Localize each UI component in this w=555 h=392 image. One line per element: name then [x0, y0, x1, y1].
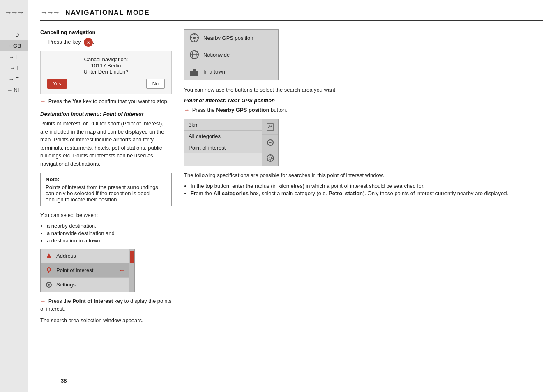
arrow-icon: → — [40, 39, 46, 45]
svg-rect-14 — [190, 71, 193, 76]
sidebar-item-NL[interactable]: → NL — [0, 85, 28, 96]
cancelling-nav-heading: Cancelling navigation — [40, 29, 172, 35]
specs-text: The following specifications are possibl… — [184, 171, 543, 180]
poi-box: Nearby GPS position Nationwide — [184, 29, 279, 80]
nearby-box: 3km All categories Point of interest — [184, 119, 279, 166]
select-area-text: You can now use the buttons to select th… — [184, 86, 543, 94]
menu-items-list: Address Point of inter — [41, 249, 129, 292]
nationwide-icon — [189, 49, 200, 60]
svg-point-6 — [193, 37, 196, 39]
svg-rect-16 — [196, 71, 198, 76]
press-key-text: → Press the key ✕. — [40, 38, 172, 47]
cancel-nav-buttons: Yes No — [47, 79, 165, 89]
page-header: →→→ NAVIGATIONAL MODE — [40, 8, 543, 21]
right-column: Nearby GPS position Nationwide — [184, 29, 543, 327]
options-icon[interactable] — [262, 135, 278, 150]
menu-item-row: Address Point of inter — [41, 249, 134, 292]
cancelling-nav-section: Cancelling navigation → Press the key ✕.… — [40, 29, 172, 104]
nearby-gps-icon — [189, 32, 200, 44]
nearby-side-icons — [262, 119, 278, 166]
sidebar-item-D[interactable]: → D — [0, 29, 28, 40]
address-icon — [45, 252, 53, 260]
sidebar-arrows: →→→ — [5, 8, 23, 17]
in-town-label: In a town — [203, 69, 225, 75]
content-columns: Cancelling navigation → Press the key ✕.… — [40, 29, 543, 327]
note-body: Points of interest from the present surr… — [46, 184, 166, 203]
sidebar-nav: → D → GB → F → I → E → NL — [0, 29, 28, 96]
sidebar-item-F[interactable]: → F — [0, 51, 28, 62]
select-text: You can select between: — [40, 211, 172, 219]
confirm-text: → Press the Yes key to confirm that you … — [40, 98, 172, 104]
svg-rect-15 — [193, 69, 196, 76]
bullet-list: a nearby destination, a nationwide desti… — [47, 223, 172, 244]
svg-point-4 — [48, 284, 50, 286]
header-arrows: →→→ — [40, 8, 59, 17]
bullet-2: a nationwide destination and — [47, 230, 172, 236]
cancel-line2: 10117 Berlin — [47, 62, 165, 69]
near-gps-section: Point of interest: Near GPS position → P… — [184, 97, 543, 196]
poi-row-in-town[interactable]: In a town — [184, 63, 278, 80]
yes-button[interactable]: Yes — [47, 79, 67, 89]
nearby-main: 3km All categories Point of interest — [184, 119, 278, 166]
sidebar-item-I[interactable]: → I — [0, 62, 28, 74]
nearby-row-categories[interactable]: All categories — [184, 131, 262, 142]
categories-label: All categories — [189, 133, 221, 139]
poi-row-nearby[interactable]: Nearby GPS position — [184, 30, 278, 46]
sidebar: →→→ → D → GB → F → I → E → NL — [0, 0, 28, 392]
svg-point-1 — [47, 268, 51, 271]
search-area-text: The search area selection window appears… — [40, 316, 172, 325]
bullet-3: a destination in a town. — [47, 238, 172, 244]
settings-label: Settings — [56, 281, 125, 288]
bullet-1: a nearby destination, — [47, 223, 172, 229]
settings-icon — [45, 281, 53, 289]
left-column: Cancelling navigation → Press the key ✕.… — [40, 29, 172, 327]
cancel-line3: Unter Den Linden? — [47, 69, 165, 75]
nearby-gps-label: Nearby GPS position — [203, 35, 253, 41]
address-label: Address — [56, 253, 125, 259]
note-label: Note: — [46, 176, 166, 182]
scroll-thumb — [130, 251, 134, 263]
dest-menu-section: Destination input menu: Point of interes… — [40, 111, 172, 324]
nearby-row-poi[interactable]: Point of interest — [184, 142, 262, 153]
dest-menu-body: Points of interest, or POI for short (Po… — [40, 120, 172, 168]
key-icon: ✕ — [84, 38, 93, 47]
menu-item-settings[interactable]: Settings — [41, 278, 129, 292]
arrow-pointer: ← — [119, 267, 125, 274]
press-key-label: Press the key — [48, 39, 81, 45]
nearby-list: 3km All categories Point of interest — [184, 119, 262, 166]
menu-scrollbar — [129, 249, 134, 292]
spec-bullet-1: In the top button, enter the radius (in … — [191, 183, 543, 189]
in-town-icon — [189, 66, 200, 77]
radius-label: 3km — [189, 122, 199, 128]
svg-point-20 — [269, 157, 272, 159]
spec-bullet-2: From the All categories box, select a ma… — [191, 190, 543, 196]
press-poi-text: → Press the Point of interest key to dis… — [40, 297, 172, 313]
main-content: →→→ NAVIGATIONAL MODE Cancelling navigat… — [28, 0, 555, 392]
page-title: NAVIGATIONAL MODE — [65, 9, 150, 16]
menu-item-address[interactable]: Address — [41, 249, 129, 263]
near-gps-heading: Point of interest: Near GPS position — [184, 97, 543, 104]
in-map-icon[interactable] — [262, 119, 278, 135]
poi-search-label: Point of interest — [189, 145, 226, 151]
poi-label: Point of interest — [56, 267, 115, 273]
start-icon[interactable] — [262, 150, 278, 166]
dest-menu-heading: Destination input menu: Point of interes… — [40, 111, 172, 117]
no-button[interactable]: No — [146, 79, 165, 89]
svg-marker-0 — [46, 253, 51, 258]
menu-item-poi[interactable]: Point of interest ← — [41, 263, 129, 278]
menu-box: Address Point of inter — [40, 249, 135, 292]
nationwide-label: Nationwide — [203, 52, 230, 58]
poi-row-nationwide[interactable]: Nationwide — [184, 46, 278, 63]
page-number: 38 — [61, 378, 67, 384]
press-nearby-text: → Press the Nearby GPS position button. — [184, 106, 543, 114]
cancel-nav-box: Cancel navigation: 10117 Berlin Unter De… — [40, 51, 172, 94]
poi-icon — [45, 266, 53, 274]
note-box: Note: Points of interest from the presen… — [40, 173, 172, 206]
specs-bullets: In the top button, enter the radius (in … — [191, 183, 543, 196]
sidebar-item-E[interactable]: → E — [0, 74, 28, 85]
nearby-row-radius[interactable]: 3km — [184, 119, 262, 131]
cancel-line1: Cancel navigation: — [47, 56, 165, 62]
sidebar-item-GB[interactable]: → GB — [0, 40, 28, 51]
